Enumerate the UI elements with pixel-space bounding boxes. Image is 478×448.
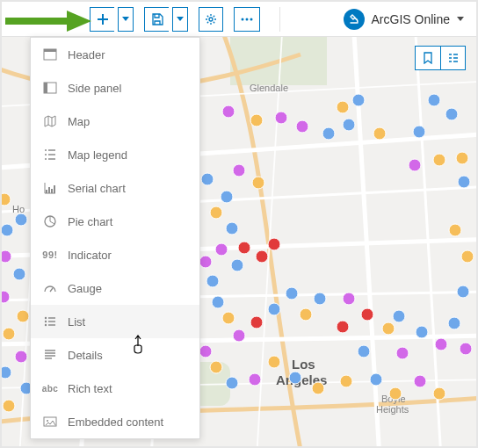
more-button[interactable] <box>234 7 260 32</box>
data-point[interactable] <box>448 317 460 329</box>
data-point[interactable] <box>252 177 264 189</box>
data-point[interactable] <box>416 326 428 338</box>
data-point[interactable] <box>275 112 287 124</box>
data-point[interactable] <box>250 114 263 126</box>
data-point[interactable] <box>2 366 11 379</box>
data-point[interactable] <box>250 316 263 329</box>
save-button[interactable] <box>144 7 169 32</box>
data-point[interactable] <box>2 193 11 206</box>
data-point[interactable] <box>221 191 233 203</box>
data-point[interactable] <box>300 308 312 321</box>
data-point[interactable] <box>456 152 468 164</box>
data-point[interactable] <box>457 285 469 298</box>
menu-item-label: Map <box>68 115 90 128</box>
menu-item-label: Side panel <box>68 82 121 95</box>
data-point[interactable] <box>458 176 470 188</box>
label-boyle2: Heights <box>376 404 409 415</box>
data-point[interactable] <box>373 127 386 140</box>
data-point[interactable] <box>2 250 11 263</box>
data-point[interactable] <box>15 350 27 363</box>
data-point[interactable] <box>337 101 349 113</box>
data-point[interactable] <box>370 373 382 386</box>
data-point[interactable] <box>312 382 324 394</box>
data-point[interactable] <box>314 293 326 305</box>
data-point[interactable] <box>449 224 461 236</box>
data-point[interactable] <box>2 224 13 236</box>
data-point[interactable] <box>389 387 402 400</box>
svg-point-3 <box>250 18 253 20</box>
data-point[interactable] <box>352 94 365 106</box>
account-switcher[interactable]: ArcGIS Online <box>344 9 464 30</box>
data-point[interactable] <box>3 328 15 340</box>
data-point[interactable] <box>435 338 447 350</box>
menu-item-list[interactable]: List <box>31 305 199 338</box>
data-point[interactable] <box>13 268 25 280</box>
menu-item-side-panel[interactable]: Side panel <box>31 71 199 105</box>
data-point[interactable] <box>414 375 426 387</box>
data-point[interactable] <box>393 310 405 322</box>
data-point[interactable] <box>268 238 280 250</box>
data-point[interactable] <box>215 243 228 256</box>
data-point[interactable] <box>382 322 395 335</box>
add-button[interactable] <box>90 7 114 32</box>
data-point[interactable] <box>361 308 373 321</box>
menu-item-map-legend[interactable]: Map legend <box>31 138 199 171</box>
data-point[interactable] <box>461 250 474 263</box>
menu-item-details[interactable]: Details <box>31 338 199 372</box>
data-point[interactable] <box>206 275 219 287</box>
data-point[interactable] <box>210 206 222 219</box>
data-point[interactable] <box>233 164 245 177</box>
data-point[interactable] <box>212 296 224 308</box>
data-point[interactable] <box>222 312 235 324</box>
data-point[interactable] <box>222 105 235 118</box>
data-point[interactable] <box>409 159 421 171</box>
data-point[interactable] <box>433 154 445 166</box>
menu-item-pie-chart[interactable]: Pie chart <box>31 205 199 238</box>
menu-item-serial-chart[interactable]: Serial chart <box>31 171 199 205</box>
data-point[interactable] <box>337 321 349 333</box>
data-point[interactable] <box>322 127 335 140</box>
data-point[interactable] <box>460 343 472 355</box>
data-point[interactable] <box>249 373 261 386</box>
data-point[interactable] <box>201 173 214 185</box>
save-caret[interactable] <box>172 7 188 32</box>
menu-item-header[interactable]: Header <box>31 38 199 71</box>
data-point[interactable] <box>268 356 280 368</box>
data-point[interactable] <box>199 345 212 358</box>
data-point[interactable] <box>343 293 355 305</box>
data-point[interactable] <box>226 377 238 389</box>
data-point[interactable] <box>210 361 222 373</box>
data-point[interactable] <box>15 213 27 226</box>
menu-item-map[interactable]: Map <box>31 105 199 138</box>
data-point[interactable] <box>233 329 245 342</box>
legend-button[interactable] <box>440 47 465 69</box>
data-point[interactable] <box>433 387 445 400</box>
data-point[interactable] <box>226 222 238 235</box>
data-point[interactable] <box>268 303 280 315</box>
data-point[interactable] <box>238 242 250 254</box>
data-point[interactable] <box>3 400 15 412</box>
menu-item-indicator[interactable]: 99!Indicator <box>31 238 199 271</box>
label-ho: Ho <box>12 204 25 214</box>
data-point[interactable] <box>428 94 440 106</box>
settings-button[interactable] <box>199 7 223 32</box>
add-caret[interactable] <box>118 7 134 32</box>
data-point[interactable] <box>199 256 212 268</box>
data-point[interactable] <box>340 375 352 387</box>
menu-item-embedded-content[interactable]: Embedded content <box>31 405 199 438</box>
data-point[interactable] <box>2 291 10 303</box>
data-point[interactable] <box>358 345 370 358</box>
data-point[interactable] <box>396 347 409 359</box>
menu-item-gauge[interactable]: Gauge <box>31 271 199 305</box>
data-point[interactable] <box>343 119 355 131</box>
data-point[interactable] <box>445 108 458 120</box>
data-point[interactable] <box>296 120 308 133</box>
data-point[interactable] <box>289 372 301 384</box>
data-point[interactable] <box>286 287 298 300</box>
data-point[interactable] <box>231 259 243 271</box>
data-point[interactable] <box>413 126 425 138</box>
data-point[interactable] <box>17 310 29 322</box>
menu-item-rich-text[interactable]: abcRich text <box>31 372 199 405</box>
data-point[interactable] <box>256 250 268 263</box>
bookmark-button[interactable] <box>416 47 440 69</box>
